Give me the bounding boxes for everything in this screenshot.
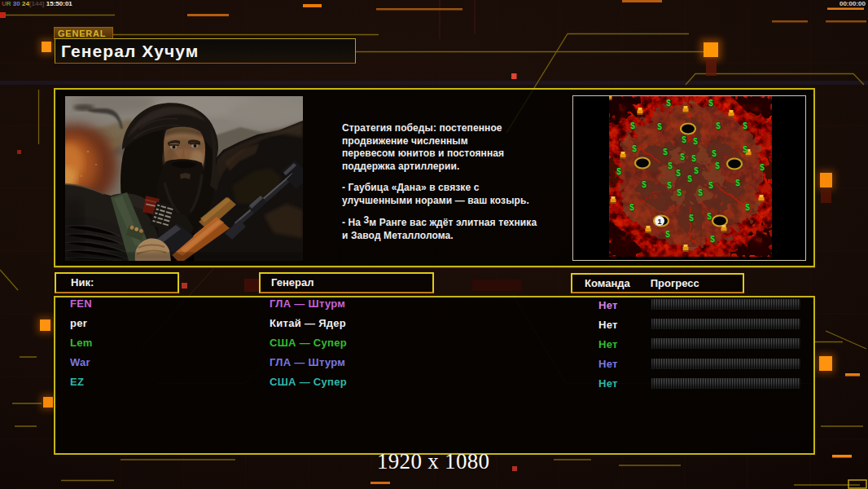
- svg-text:$: $: [629, 203, 634, 212]
- svg-text:$: $: [616, 167, 621, 176]
- svg-text:$: $: [743, 145, 747, 154]
- svg-text:1: 1: [657, 218, 661, 226]
- svg-text:$: $: [663, 148, 668, 156]
- svg-text:$: $: [698, 188, 703, 197]
- svg-text:$: $: [642, 180, 647, 189]
- svg-text:$: $: [743, 121, 747, 130]
- svg-text:$: $: [716, 121, 721, 130]
- svg-text:$: $: [712, 149, 717, 158]
- svg-text:$: $: [665, 230, 670, 239]
- svg-text:$: $: [707, 212, 712, 221]
- svg-text:$: $: [691, 154, 696, 163]
- svg-text:$: $: [677, 188, 682, 197]
- svg-text:$: $: [710, 235, 715, 244]
- svg-text:$: $: [715, 161, 720, 170]
- svg-text:$: $: [630, 121, 635, 130]
- svg-text:$: $: [689, 214, 694, 222]
- svg-text:$: $: [687, 174, 692, 183]
- svg-text:$: $: [760, 163, 765, 172]
- svg-text:$: $: [657, 122, 662, 131]
- svg-text:$: $: [680, 152, 685, 161]
- svg-text:$: $: [735, 178, 740, 187]
- svg-text:$: $: [632, 144, 637, 153]
- svg-text:$: $: [676, 169, 681, 178]
- svg-text:$: $: [682, 135, 686, 144]
- svg-text:$: $: [708, 99, 713, 108]
- svg-text:$: $: [745, 203, 750, 212]
- svg-text:$: $: [668, 161, 673, 170]
- svg-text:$: $: [708, 181, 713, 190]
- svg-text:$: $: [666, 99, 671, 108]
- svg-text:$: $: [693, 137, 698, 146]
- svg-text:$: $: [694, 166, 699, 175]
- svg-text:$: $: [667, 181, 672, 190]
